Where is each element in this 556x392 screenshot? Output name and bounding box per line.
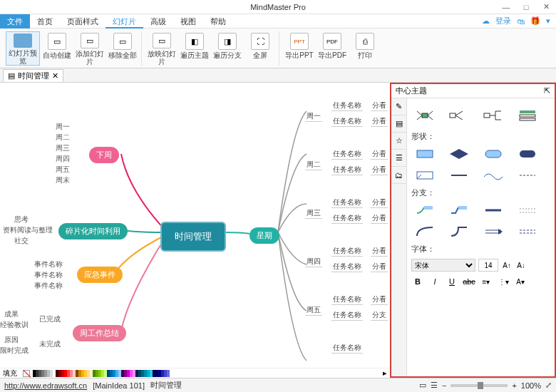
cat-node[interactable]: 分看	[371, 294, 388, 305]
view-outline-icon[interactable]: ☰	[431, 381, 438, 390]
nofill-icon[interactable]	[23, 370, 30, 377]
ribbon-print[interactable]: ⎙打印	[349, 31, 381, 66]
week-day[interactable]: 周四	[305, 257, 322, 267]
cat-node[interactable]: 分看	[371, 165, 388, 175]
menu-advanced[interactable]: 高级	[143, 14, 173, 29]
sidetab-icon[interactable]: ☰	[391, 150, 406, 167]
task-node[interactable]: 任务名称	[331, 213, 363, 224]
ribbon-play[interactable]: ▭放映幻灯片	[146, 31, 177, 66]
bold-button[interactable]: B	[411, 276, 424, 287]
layout-right[interactable]	[446, 107, 473, 124]
maximize-button[interactable]: □	[516, 0, 536, 14]
menu-more-icon[interactable]: ▾	[546, 16, 550, 26]
task-node[interactable]: 任务名称	[331, 116, 363, 127]
ribbon-traverse-topic[interactable]: ◧遍历主题	[179, 31, 210, 66]
branch-double[interactable]	[480, 224, 507, 239]
branch-curve[interactable]	[411, 202, 438, 218]
strike-button[interactable]: abc	[463, 276, 475, 287]
leaf-day[interactable]: 周五	[56, 165, 70, 175]
leaf-undone-item[interactable]: 限时完成	[0, 346, 29, 356]
align-button[interactable]: ≡▾	[480, 276, 493, 287]
shape-border[interactable]	[411, 167, 438, 183]
shape-round[interactable]	[480, 146, 507, 162]
sidetab-style[interactable]: ✎	[391, 98, 406, 115]
menu-view[interactable]: 视图	[173, 14, 203, 29]
cart-icon[interactable]: 🛍	[517, 17, 525, 26]
branch-dashdbl[interactable]	[514, 224, 541, 239]
underline-button[interactable]: U	[446, 276, 458, 287]
panel-pin-icon[interactable]: ⇱	[544, 86, 550, 96]
fit-icon[interactable]: ⤢	[545, 381, 552, 390]
ribbon-traverse-branch[interactable]: ◨遍历分支	[212, 31, 243, 66]
sidetab-layout[interactable]: ▤	[391, 115, 406, 133]
layout-list[interactable]	[514, 107, 541, 124]
node-emergency[interactable]: 应急事件	[77, 267, 123, 283]
leaf-frag[interactable]: 资料阅读与整理	[3, 225, 53, 235]
cat-node[interactable]: 分看	[371, 100, 388, 111]
branch-angle[interactable]	[446, 202, 473, 218]
menu-file[interactable]: 文件	[0, 14, 30, 29]
login-link[interactable]: 登录	[495, 16, 511, 26]
view-page-icon[interactable]: ▭	[419, 381, 426, 390]
leaf-done[interactable]: 已完成	[39, 314, 61, 324]
menu-pagestyle[interactable]: 页面样式	[60, 14, 105, 29]
node-week[interactable]: 星期	[249, 227, 279, 244]
week-day[interactable]: 周二	[305, 160, 322, 170]
minimize-button[interactable]: —	[496, 0, 516, 14]
leaf-day[interactable]: 周四	[56, 154, 70, 164]
document-tab[interactable]: ▤ 时间管理 ✕	[3, 69, 63, 82]
ribbon-fullscreen[interactable]: ⛶全屏	[244, 31, 276, 66]
task-node[interactable]: 任务名称	[331, 310, 363, 321]
fontcolor-button[interactable]: A▾	[514, 276, 527, 287]
node-nextweek[interactable]: 下周	[89, 147, 119, 163]
font-shrink[interactable]: A↓	[515, 259, 527, 271]
cat-node[interactable]: 分看	[371, 246, 388, 257]
cat-node[interactable]: 分看	[371, 213, 388, 224]
leaf-done-item[interactable]: 成果	[4, 309, 19, 319]
layout-radial[interactable]	[411, 107, 438, 124]
font-grow[interactable]: A↑	[501, 259, 513, 271]
status-url[interactable]: http://www.edrawsoft.cn	[4, 381, 87, 390]
task-node[interactable]: 任务名称	[331, 262, 363, 272]
cat-node[interactable]: 分看	[371, 262, 388, 272]
task-node[interactable]: 任务名称	[331, 197, 363, 208]
ribbon-slide-preview[interactable]: 幻灯片预览	[6, 31, 40, 66]
cat-node[interactable]: 分看	[371, 149, 388, 160]
task-node[interactable]: 任务名称	[331, 149, 363, 160]
leaf-done-item[interactable]: 经验教训	[0, 320, 29, 330]
menu-home[interactable]: 首页	[30, 14, 60, 29]
branch-arc[interactable]	[411, 224, 438, 239]
leaf-emerg[interactable]: 事件名称	[34, 259, 63, 269]
branch-dots[interactable]	[514, 202, 541, 218]
gift-icon[interactable]: 🎁	[530, 16, 540, 26]
leaf-day[interactable]: 周一	[56, 122, 70, 132]
node-summary[interactable]: 周工作总结	[73, 325, 126, 341]
ribbon-autocreate[interactable]: ▭自动创建	[41, 31, 73, 66]
task-node[interactable]: 任务名称	[331, 165, 363, 175]
zoom-slider[interactable]	[451, 384, 508, 387]
leaf-undone-item[interactable]: 原因	[4, 335, 19, 345]
font-size-input[interactable]	[478, 259, 498, 272]
menu-slideshow[interactable]: 幻灯片	[105, 14, 143, 29]
canvas[interactable]: 时间管理 星期 下周 碎片化时间利用 应急事件 周工作总结 周一 周二 周三 周…	[0, 83, 390, 378]
menu-help[interactable]: 帮助	[203, 14, 233, 29]
branch-thick[interactable]	[480, 202, 507, 218]
shape-line[interactable]	[446, 167, 473, 183]
zoom-in[interactable]: +	[512, 381, 516, 390]
zoom-out[interactable]: −	[442, 381, 446, 390]
swatch-row[interactable]	[33, 370, 380, 377]
branch-elbow[interactable]	[446, 224, 473, 239]
leaf-undone[interactable]: 未完成	[39, 339, 61, 349]
ribbon-export-pdf[interactable]: PDF导出PDF	[316, 31, 348, 66]
ribbon-removeall[interactable]: ▭移除全部	[107, 31, 138, 66]
bullets-button[interactable]: ⋮▾	[497, 276, 510, 287]
cat-node[interactable]: 分看	[371, 116, 388, 127]
task-node[interactable]: 任务名称	[331, 294, 363, 305]
leaf-frag[interactable]: 社交	[14, 236, 29, 246]
leaf-frag[interactable]: 思考	[14, 215, 29, 225]
leaf-emerg[interactable]: 事件名称	[34, 270, 63, 280]
shape-wave[interactable]	[480, 167, 507, 183]
cat-node[interactable]: 分看	[371, 197, 388, 208]
task-node[interactable]: 任务名称	[331, 246, 363, 257]
sidetab-theme[interactable]: ☆	[391, 133, 406, 150]
